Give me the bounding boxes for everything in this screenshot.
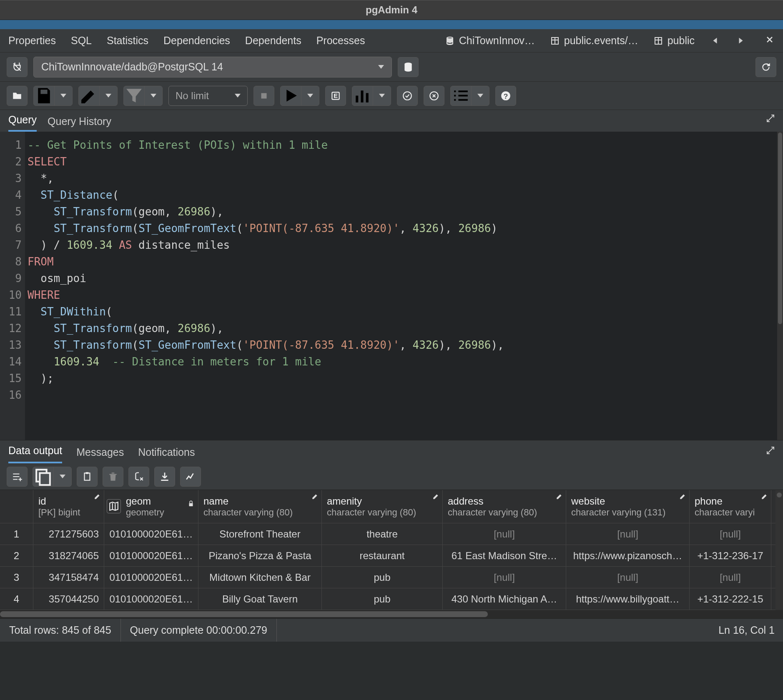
reset-layout-button[interactable] [755,57,776,77]
macros-dropdown[interactable] [472,86,489,105]
sql-editor[interactable]: 12345678910111213141516 -- Get Points of… [0,132,783,440]
edit-button[interactable] [79,86,100,105]
limit-select[interactable]: No limit [168,86,248,106]
cell-phone[interactable]: [null] [690,523,771,545]
rollback-button[interactable] [424,86,444,106]
cell-geom[interactable]: 0101000020E61… [104,588,198,610]
execute-dropdown[interactable] [301,86,319,105]
menu-item-dependencies[interactable]: Dependencies [163,35,230,47]
save-dropdown[interactable] [55,86,72,105]
cell-amenity[interactable]: theatre [322,523,443,545]
grid-hscrollbar[interactable] [0,610,783,618]
pencil-icon[interactable] [94,492,101,500]
menu-item-sql[interactable]: SQL [71,35,92,47]
add-row-button[interactable] [7,467,28,487]
filter-button[interactable] [124,86,145,105]
pencil-icon[interactable] [432,492,440,500]
menu-item-statistics[interactable]: Statistics [107,35,148,47]
cell-amenity[interactable]: pub [322,588,443,610]
column-header-phone[interactable]: phonecharacter varyi [690,490,771,523]
cell-website[interactable]: [null] [566,523,690,545]
menu-item-processes[interactable]: Processes [316,35,365,47]
table-row[interactable]: 12712756030101000020E61…Storefront Theat… [0,523,775,545]
open-tab[interactable]: public [653,35,695,47]
copy-dropdown[interactable] [54,467,71,486]
delete-row-button[interactable] [103,467,123,487]
results-grid[interactable]: id[PK] bigintgeomgeometrynamecharacter v… [0,490,775,610]
disconnect-button[interactable] [7,57,28,77]
map-icon[interactable] [107,499,121,513]
analyze-button[interactable] [352,86,373,105]
tab-prev-button[interactable] [713,38,717,44]
cell-amenity[interactable]: pub [322,567,443,588]
pencil-icon[interactable] [311,492,319,500]
stop-button[interactable] [253,86,274,106]
cell-amenity[interactable]: restaurant [322,545,443,566]
open-tab[interactable]: ChiTownInnov… [445,35,535,47]
menu-item-properties[interactable]: Properties [8,35,56,47]
close-tab-button[interactable] [765,35,775,47]
commit-button[interactable] [397,86,418,106]
column-header-amenity[interactable]: amenitycharacter varying (80) [322,490,443,523]
cell-name[interactable]: Pizano's Pizza & Pasta [198,545,322,566]
save-data-button[interactable] [128,467,149,487]
editor-code[interactable]: -- Get Points of Interest (POIs) within … [25,132,777,440]
editor-scrollbar[interactable] [777,132,783,440]
help-button[interactable] [495,86,516,106]
cell-phone[interactable]: +1-312-236-17 [690,545,771,566]
tab-query-history[interactable]: Query History [48,115,111,132]
open-tab[interactable]: public.events/… [550,35,638,47]
row-number[interactable]: 4 [0,588,33,610]
cell-geom[interactable]: 0101000020E61… [104,567,198,588]
cell-id[interactable]: 357044250 [33,588,104,610]
execute-button[interactable] [281,86,301,105]
cell-website[interactable]: [null] [566,567,690,588]
table-row[interactable]: 43570442500101000020E61…Billy Goat Taver… [0,588,775,610]
row-number[interactable]: 3 [0,567,33,588]
expand-icon[interactable] [765,113,775,123]
edit-dropdown[interactable] [100,86,117,105]
cell-name[interactable]: Billy Goat Tavern [198,588,322,610]
column-header-id[interactable]: id[PK] bigint [33,490,104,523]
cell-address[interactable]: [null] [443,567,566,588]
grid-vscrollbar[interactable] [775,490,783,610]
cell-geom[interactable]: 0101000020E61… [104,523,198,545]
cell-address[interactable]: [null] [443,523,566,545]
cell-id[interactable]: 318274065 [33,545,104,566]
column-header-geom[interactable]: geomgeometry [104,490,198,523]
save-button[interactable] [34,86,55,105]
column-header-website[interactable]: websitecharacter varying (131) [566,490,690,523]
menu-item-dependents[interactable]: Dependents [245,35,301,47]
pencil-icon[interactable] [679,492,687,500]
tab-messages[interactable]: Messages [76,446,124,463]
cell-website[interactable]: https://www.billygoatt… [566,588,690,610]
table-row[interactable]: 33471584740101000020E61…Midtown Kitchen … [0,567,775,588]
column-header-address[interactable]: addresscharacter varying (80) [443,490,566,523]
tab-notifications[interactable]: Notifications [138,446,195,463]
explain-button[interactable] [325,86,346,106]
cell-id[interactable]: 271275603 [33,523,104,545]
filter-dropdown[interactable] [145,86,162,105]
expand-icon[interactable] [765,445,775,455]
tab-next-button[interactable] [739,38,743,44]
copy-button[interactable] [33,467,54,486]
row-number[interactable]: 2 [0,545,33,566]
table-row[interactable]: 23182740650101000020E61…Pizano's Pizza &… [0,545,775,567]
tab-data-output[interactable]: Data output [8,445,62,463]
cell-address[interactable]: 430 North Michigan A… [443,588,566,610]
cell-address[interactable]: 61 East Madison Stre… [443,545,566,566]
cell-phone[interactable]: [null] [690,567,771,588]
cell-name[interactable]: Midtown Kitchen & Bar [198,567,322,588]
cell-phone[interactable]: +1-312-222-15 [690,588,771,610]
cell-geom[interactable]: 0101000020E61… [104,545,198,566]
pencil-icon[interactable] [761,492,768,500]
pencil-icon[interactable] [556,492,563,500]
open-file-button[interactable] [7,86,28,106]
analyze-dropdown[interactable] [373,86,391,105]
cell-name[interactable]: Storefront Theater [198,523,322,545]
row-number[interactable]: 1 [0,523,33,545]
column-header-name[interactable]: namecharacter varying (80) [198,490,322,523]
connection-select[interactable]: ChiTownInnovate/dadb@PostgrSQL 14 [33,57,392,78]
macros-button[interactable] [451,86,472,105]
download-button[interactable] [154,467,175,487]
